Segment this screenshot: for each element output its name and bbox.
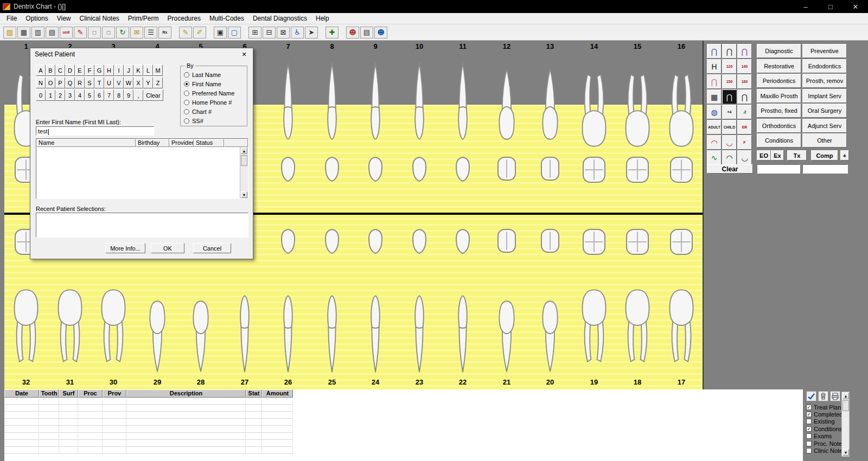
- menu-procedures[interactable]: Procedures: [163, 14, 205, 23]
- tooth-19[interactable]: 19: [572, 41, 616, 389]
- menu-file[interactable]: File: [2, 14, 21, 23]
- letter-l-button[interactable]: L: [143, 65, 153, 76]
- more-info-button[interactable]: More Info...: [105, 243, 145, 253]
- notes-row[interactable]: [4, 398, 293, 405]
- radio-last-name[interactable]: Last Name: [184, 70, 247, 79]
- open-patient-icon[interactable]: ▨: [3, 27, 16, 39]
- appointment-list-icon[interactable]: ▦: [17, 27, 30, 39]
- delete-note-icon[interactable]: [818, 391, 828, 401]
- letter-7-button[interactable]: 7: [104, 89, 114, 101]
- tooth-18[interactable]: 18: [616, 41, 659, 389]
- category-restorative-button[interactable]: Restorative: [757, 59, 801, 73]
- letter-m-button[interactable]: M: [153, 65, 163, 76]
- letter-y-button[interactable]: Y: [143, 77, 153, 88]
- edit-note-icon[interactable]: [806, 391, 816, 401]
- category-diagnostic-button[interactable]: Diagnostic: [757, 44, 801, 58]
- notes-column-description[interactable]: Description: [126, 389, 246, 398]
- letter-z-button[interactable]: Z: [153, 77, 163, 88]
- prescriptions-icon[interactable]: Rx: [158, 27, 171, 39]
- filter-conditions[interactable]: ✓ Conditions: [806, 425, 846, 432]
- letter-b-button[interactable]: B: [46, 65, 55, 76]
- clear-button[interactable]: Clear: [707, 164, 753, 174]
- eraser-icon[interactable]: ✐: [193, 27, 206, 39]
- letter-8-button[interactable]: 8: [114, 89, 124, 101]
- adult-dentition-icon[interactable]: ADULT: [707, 120, 722, 135]
- procedure-field-2[interactable]: [802, 164, 848, 174]
- letter-q-button[interactable]: Q: [65, 77, 75, 88]
- perio-probe-140-icon[interactable]: 140: [737, 59, 752, 74]
- window-layout-icon[interactable]: ⊞: [248, 27, 261, 39]
- notes-column-surf[interactable]: Surf: [59, 389, 78, 398]
- letter-d-button[interactable]: D: [65, 65, 75, 76]
- letter-g-button[interactable]: G: [94, 65, 104, 76]
- cancel-button[interactable]: Cancel: [193, 243, 231, 253]
- menu-prim-perm[interactable]: Prim/Perm: [124, 14, 163, 23]
- letter-k-button[interactable]: K: [133, 65, 143, 76]
- fluoride-tooth-icon[interactable]: F: [737, 135, 752, 150]
- menu-dental-diagnostics[interactable]: Dental Diagnostics: [248, 14, 311, 23]
- letter-a-button[interactable]: A: [36, 65, 46, 76]
- letter-1-button[interactable]: 1: [46, 89, 55, 101]
- notes-row[interactable]: [4, 433, 293, 440]
- radio-ss[interactable]: SS#: [184, 116, 247, 125]
- results-column-status[interactable]: Status: [194, 139, 224, 147]
- radio-preferred-name[interactable]: Preferred Name: [184, 88, 247, 98]
- mixed-dentition-icon[interactable]: ▫: [102, 27, 115, 39]
- category-prosth-remov-button[interactable]: Prosth, remov: [802, 74, 847, 88]
- scroll-down-icon[interactable]: ▼: [843, 449, 849, 456]
- category-adjunct-serv-button[interactable]: Adjunct Serv: [802, 119, 847, 133]
- scroll-down-icon[interactable]: ▼: [241, 191, 247, 198]
- letter-p-button[interactable]: P: [55, 77, 65, 88]
- filter-exams[interactable]: Exams: [806, 433, 846, 440]
- bridge-icon[interactable]: Η: [707, 59, 722, 74]
- partial-denture-icon[interactable]: ▦: [707, 89, 722, 104]
- perio-unit-icon[interactable]: unit: [60, 27, 73, 39]
- letter-h-button[interactable]: H: [104, 65, 114, 76]
- letter-v-button[interactable]: V: [114, 77, 124, 88]
- letter-6-button[interactable]: 6: [94, 89, 104, 101]
- procedure-field-1[interactable]: [757, 164, 800, 174]
- office-journal-icon[interactable]: ☰: [144, 27, 157, 39]
- menu-multi-codes[interactable]: Multi-Codes: [205, 14, 248, 23]
- clasp-icon[interactable]: ◡: [737, 150, 752, 165]
- results-column-name[interactable]: Name: [36, 139, 136, 147]
- category-prostho-fixed-button[interactable]: Prostho, fixed: [757, 104, 801, 118]
- letter-3-button[interactable]: 3: [65, 89, 75, 101]
- image-capture-icon[interactable]: ▣: [214, 27, 227, 39]
- notes-row[interactable]: [4, 412, 293, 419]
- menu-view[interactable]: View: [53, 14, 75, 23]
- category-preventive-button[interactable]: Preventive: [802, 44, 847, 58]
- notes-column-stat[interactable]: Stat: [246, 389, 262, 398]
- menu-help[interactable]: Help: [311, 14, 334, 23]
- tx-button[interactable]: Tx: [787, 150, 807, 161]
- tooth-17[interactable]: 17: [660, 41, 703, 389]
- email-icon[interactable]: ✉: [130, 27, 143, 39]
- perio-probe-120-icon[interactable]: 120: [722, 59, 737, 74]
- tooth-21[interactable]: 21: [485, 41, 528, 389]
- letter-clear-button[interactable]: Clear: [143, 89, 163, 101]
- zoom-layout-icon[interactable]: ⊟: [263, 27, 276, 39]
- patient-name-input[interactable]: test: [36, 126, 154, 136]
- notes-row[interactable]: [4, 405, 293, 412]
- print-notes-icon[interactable]: [830, 391, 840, 401]
- tooth-25[interactable]: 25: [310, 41, 354, 389]
- letter-5-button[interactable]: 5: [85, 89, 94, 101]
- ex-button[interactable]: Ex: [771, 150, 784, 161]
- upper-arch-icon[interactable]: ◠: [707, 135, 722, 150]
- implant-tooth-icon[interactable]: ⋂: [707, 44, 722, 59]
- tooth-22[interactable]: 22: [441, 41, 484, 389]
- letter-r-button[interactable]: R: [75, 77, 85, 88]
- letter-9-button[interactable]: 9: [124, 89, 133, 101]
- dialog-title-bar[interactable]: Select Patient: [30, 48, 253, 60]
- letter-s-button[interactable]: S: [85, 77, 94, 88]
- column-layout-icon[interactable]: ⊠: [277, 27, 290, 39]
- missing-tooth-icon[interactable]: ⋂: [722, 89, 737, 104]
- notes-row[interactable]: [4, 440, 293, 447]
- arch-band-icon[interactable]: ◠: [722, 150, 737, 165]
- add-procedure-icon[interactable]: ✚: [326, 27, 339, 39]
- print-preview-icon[interactable]: ▤: [360, 27, 373, 39]
- patient-picture-icon[interactable]: ☻: [346, 27, 359, 39]
- letter-u-button[interactable]: U: [104, 77, 114, 88]
- menu-clinical-notes[interactable]: Clinical Notes: [75, 14, 124, 23]
- child-dentition-icon[interactable]: CHILD: [722, 120, 737, 135]
